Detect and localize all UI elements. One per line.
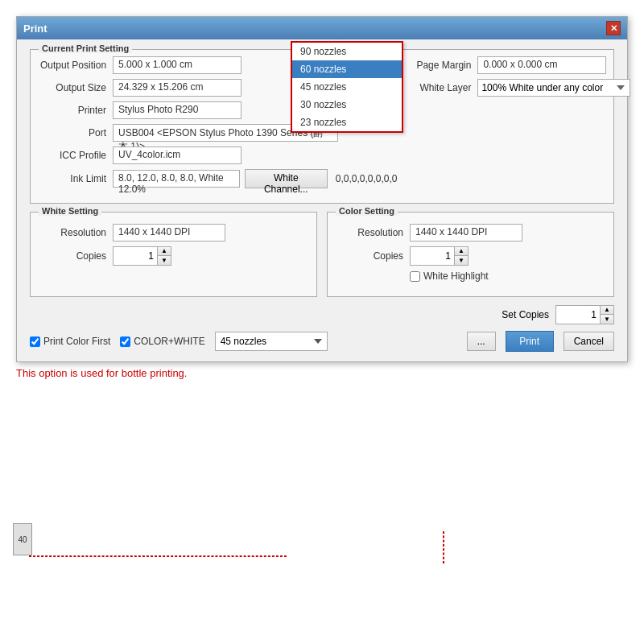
nozzle-option-30[interactable]: 30 nozzles [292,96,402,114]
color-resolution-row: Resolution 1440 x 1440 DPI [337,224,604,242]
nozzle-option-45[interactable]: 45 nozzles [292,78,402,96]
print-setting-right-col: Page Margin 0.000 x 0.000 cm White Layer… [413,56,630,193]
color-white-checkbox[interactable] [120,336,130,347]
white-layer-select[interactable]: 100% White under any color 50% White und… [477,79,630,97]
ruler-value: 40 [18,535,27,544]
current-print-setting-label: Current Print Setting [39,43,132,53]
dialog-titlebar: Print ✕ [17,17,627,39]
nozzle-dropdown-trigger[interactable]: 45 nozzles [215,332,328,351]
color-copies-label: Copies [337,250,410,262]
output-position-value: 5.000 x 1.000 cm [113,56,242,74]
color-copies-buttons: ▲ ▼ [454,246,469,266]
set-copies-row: Set Copies ▲ ▼ [30,305,614,324]
color-white-label: COLOR+WHITE [134,336,204,347]
printer-label: Printer [40,105,113,116]
white-highlight-checkbox[interactable] [410,271,420,282]
color-copies-row: Copies ▲ ▼ [337,246,604,266]
white-resolution-row: Resolution 1440 x 1440 DPI [40,224,307,242]
set-copies-up[interactable]: ▲ [601,306,613,315]
ink-limit-value: 8.0, 12.0, 8.0, 8.0, White 12.0% [113,170,240,188]
dialog-title: Print [23,23,47,35]
white-copies-buttons: ▲ ▼ [157,246,171,266]
color-resolution-value: 1440 x 1440 DPI [410,224,522,242]
set-copies-down[interactable]: ▼ [601,315,613,324]
nozzle-dropdown-overlay: 90 nozzles 60 nozzles 45 nozzles 30 nozz… [291,41,403,133]
white-copies-spinner: ▲ ▼ [113,246,171,266]
printer-value: Stylus Photo R290 [113,101,242,119]
nozzle-option-90[interactable]: 90 nozzles [292,43,402,60]
color-setting-section: Color Setting Resolution 1440 x 1440 DPI… [327,212,614,297]
set-copies-label: Set Copies [502,309,549,320]
print-color-first-checkbox[interactable] [30,336,40,347]
annotation-text: This option is used for bottle printing. [16,367,628,379]
white-copies-down[interactable]: ▼ [158,256,171,265]
ink-limit-right-value: 0,0,0,0,0,0,0,0 [336,173,398,184]
more-options-button[interactable]: ... [467,332,496,351]
dashed-line-horizontal [29,555,287,557]
page-margin-value: 0.000 x 0.000 cm [477,56,606,74]
port-label: Port [40,127,113,138]
ink-limit-row: Ink Limit 8.0, 12.0, 8.0, 8.0, White 12.… [40,169,397,188]
color-copies-spinner: ▲ ▼ [410,246,469,266]
bottom-row: Print Color First COLOR+WHITE 45 nozzles… [30,331,614,352]
print-color-first-row: Print Color First [30,336,110,347]
output-position-label: Output Position [40,60,113,71]
set-copies-buttons: ▲ ▼ [600,305,614,324]
white-highlight-row: White Highlight [337,270,604,282]
print-color-first-label: Print Color First [43,336,110,347]
set-copies-spinner: ▲ ▼ [555,305,614,324]
icc-profile-row: ICC Profile UV_4color.icm [40,147,397,164]
print-dialog: Print ✕ Current Print Setting Output Pos… [16,16,628,362]
color-copies-up[interactable]: ▲ [455,247,468,256]
white-copies-label: Copies [40,250,113,262]
color-copies-down[interactable]: ▼ [455,256,468,265]
ruler: 40 [13,523,32,555]
nozzle-option-60[interactable]: 60 nozzles [292,60,402,78]
page-background: Print ✕ Current Print Setting Output Pos… [0,0,644,644]
page-margin-label: Page Margin [413,60,477,71]
set-copies-input[interactable] [555,305,600,324]
white-layer-label: White Layer [413,82,477,93]
page-margin-row: Page Margin 0.000 x 0.000 cm [413,56,630,74]
color-white-row: COLOR+WHITE [120,336,204,347]
dialog-body: Current Print Setting Output Position 5.… [17,39,627,361]
nozzle-option-23[interactable]: 23 nozzles [292,114,402,131]
color-resolution-label: Resolution [337,227,410,238]
nozzle-dropdown-arrow-icon [314,339,322,344]
white-channel-button[interactable]: White Channel... [245,169,328,188]
cancel-button[interactable]: Cancel [564,332,614,351]
ink-limit-label: Ink Limit [40,173,113,184]
color-setting-label: Color Setting [336,206,398,216]
output-size-label: Output Size [40,82,113,93]
nozzle-selected-value: 45 nozzles [221,336,266,347]
ink-limit-controls: 8.0, 12.0, 8.0, 8.0, White 12.0% White C… [113,169,397,188]
close-button[interactable]: ✕ [606,21,621,35]
settings-row: White Setting Resolution 1440 x 1440 DPI… [30,212,614,297]
white-copies-row: Copies ▲ ▼ [40,246,307,266]
white-highlight-label: White Highlight [423,270,489,282]
dashed-line-vertical [443,531,444,564]
white-setting-section: White Setting Resolution 1440 x 1440 DPI… [30,212,317,297]
white-layer-row: White Layer 100% White under any color 5… [413,79,630,97]
color-copies-input[interactable] [410,246,454,266]
icc-profile-value: UV_4color.icm [113,147,242,164]
white-setting-label: White Setting [39,206,101,216]
white-resolution-label: Resolution [40,227,113,238]
print-button[interactable]: Print [506,331,554,352]
white-copies-input[interactable] [113,246,157,266]
output-size-value: 24.329 x 15.206 cm [113,79,242,97]
white-resolution-value: 1440 x 1440 DPI [113,224,225,242]
white-highlight-checkbox-row: White Highlight [410,270,489,282]
white-copies-up[interactable]: ▲ [158,247,171,256]
icc-profile-label: ICC Profile [40,150,113,161]
